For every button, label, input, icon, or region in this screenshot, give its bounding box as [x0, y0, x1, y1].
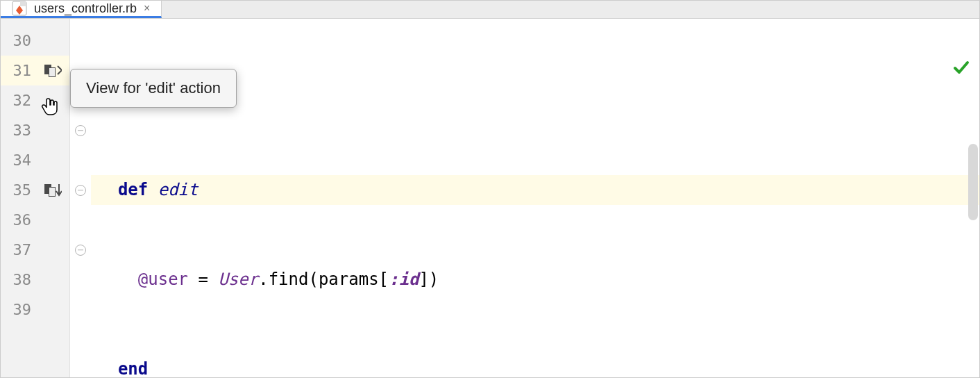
editor-tab[interactable]: users_controller.rb ×	[1, 1, 162, 18]
code-line[interactable]: def edit	[91, 175, 979, 205]
code-line[interactable]: @user = User.find(params[:id])	[91, 265, 979, 295]
tab-filename: users_controller.rb	[34, 1, 137, 16]
line-number: 31	[8, 62, 31, 79]
gutter-tooltip: View for 'edit' action	[70, 69, 237, 108]
gutter: 30 31 32 33 34 35	[1, 19, 70, 378]
inspection-ok-icon[interactable]	[872, 26, 970, 115]
line-number: 36	[8, 211, 31, 229]
tab-bar: users_controller.rb ×	[1, 1, 979, 19]
svg-rect-4	[49, 68, 55, 76]
line-number: 35	[8, 181, 31, 199]
line-number: 37	[8, 241, 31, 258]
line-number: 34	[8, 151, 31, 169]
fold-handle-icon[interactable]	[75, 245, 86, 256]
line-number: 32	[8, 92, 31, 109]
fold-handle-icon[interactable]	[75, 185, 86, 196]
line-number: 30	[8, 32, 31, 49]
fold-handle-icon[interactable]	[75, 125, 86, 136]
code-line[interactable]: end	[91, 354, 979, 378]
override-down-icon[interactable]	[34, 183, 62, 198]
line-number: 39	[8, 301, 31, 318]
line-number: 38	[8, 271, 31, 288]
ruby-file-icon	[12, 1, 27, 16]
svg-rect-1	[20, 1, 26, 6]
view-action-icon[interactable]	[34, 63, 62, 79]
tooltip-text: View for 'edit' action	[86, 79, 221, 97]
line-number: 33	[8, 122, 31, 139]
scrollbar-thumb[interactable]	[968, 144, 978, 220]
tab-close-icon[interactable]: ×	[144, 2, 150, 15]
svg-rect-7	[49, 188, 55, 196]
